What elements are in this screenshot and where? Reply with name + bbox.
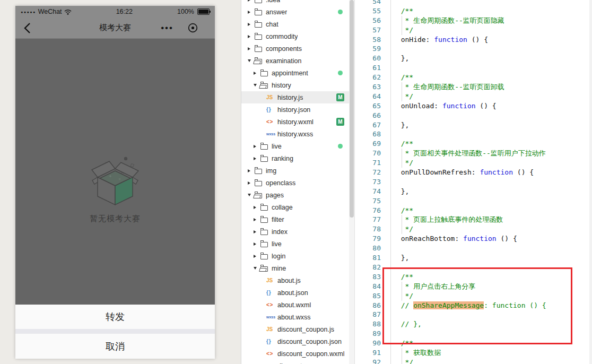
chevron-collapsed-icon[interactable] (254, 218, 256, 221)
code-line-75[interactable]: 75 (355, 196, 592, 206)
code-line-67[interactable]: 67 }, (355, 120, 592, 130)
code-line-62[interactable]: 62 /** (355, 73, 592, 82)
code-line-90[interactable]: 90 /** (355, 339, 592, 348)
tree-scrollbar-track[interactable] (349, 0, 354, 364)
tree-item-about.js[interactable]: JSabout.js (241, 274, 354, 287)
code-line-85[interactable]: 85 */ (355, 291, 592, 301)
chevron-expanded-icon[interactable] (248, 59, 251, 62)
code-line-92[interactable]: 92 */ (355, 358, 592, 364)
code-line-76[interactable]: 76 /** (355, 206, 592, 215)
code-line-88[interactable]: 88 // }, (355, 319, 592, 329)
code-line-63[interactable]: 63 * 生命周期函数--监听页面卸载 (355, 82, 592, 92)
tree-item-history.json[interactable]: { }history.json (241, 103, 354, 116)
tree-item-about.wxml[interactable]: < >about.wxml (241, 299, 354, 311)
code-line-74[interactable]: 74 }, (355, 187, 592, 196)
code-line-68[interactable]: 68 (355, 129, 592, 139)
code-editor[interactable]: 5455 /**56 * 生命周期函数--监听页面隐藏57 */58 onHid… (354, 0, 592, 364)
tree-item-.idea[interactable]: .idea (241, 0, 354, 6)
chevron-collapsed-icon[interactable] (248, 0, 250, 2)
line-number: 77 (355, 215, 391, 224)
code-line-80[interactable]: 80 (355, 244, 592, 253)
code-line-91[interactable]: 91 * 获取数据 (355, 348, 592, 358)
forward-button[interactable]: 转发 (15, 305, 215, 329)
code-line-77[interactable]: 77 * 页面上拉触底事件的处理函数 (355, 215, 592, 224)
chevron-expanded-icon[interactable] (248, 194, 251, 196)
tree-item-discount_coupon.wxss[interactable]: wxssdiscount_coupon.wxss (241, 360, 354, 364)
editor-scrollbar-track[interactable] (589, 0, 592, 364)
code-line-73[interactable]: 73 (355, 177, 592, 187)
tree-item-discount_coupon.wxml[interactable]: < >discount_coupon.wxml (241, 348, 354, 360)
tree-item-mine[interactable]: mine (241, 262, 354, 274)
wifi-icon (64, 9, 72, 15)
code-line-59[interactable]: 59 (355, 44, 592, 54)
tree-item-collage[interactable]: collage (241, 201, 354, 213)
chevron-collapsed-icon[interactable] (254, 145, 256, 148)
tree-item-examination[interactable]: examination (241, 55, 354, 67)
menu-dots-icon[interactable]: ••• (161, 22, 173, 34)
cancel-button[interactable]: 取消 (15, 334, 215, 359)
tree-scrollbar-thumb[interactable] (350, 0, 354, 218)
tree-item-history[interactable]: history (241, 79, 354, 91)
code-line-84[interactable]: 84 * 用户点击右上角分享 (355, 282, 592, 291)
tree-item-discount_coupon.js[interactable]: JSdiscount_coupon.js (241, 323, 354, 335)
chevron-collapsed-icon[interactable] (248, 169, 250, 172)
tree-item-history.wxss[interactable]: wxsshistory.wxss (241, 128, 354, 140)
tree-item-discount_coupon.json[interactable]: { }discount_coupon.json (241, 335, 354, 348)
code-line-70[interactable]: 70 * 页面相关事件处理函数--监听用户下拉动作 (355, 149, 592, 158)
chevron-expanded-icon[interactable] (254, 84, 257, 86)
chevron-collapsed-icon[interactable] (254, 242, 256, 246)
tree-item-ranking[interactable]: ranking (241, 152, 354, 164)
tree-item-filter[interactable]: filter (241, 213, 354, 226)
tree-item-live[interactable]: live (241, 140, 354, 152)
code-line-60[interactable]: 60 }, (355, 54, 592, 63)
tree-item-chat[interactable]: chat (241, 18, 354, 30)
tree-item-history.wxml[interactable]: < >history.wxmlM (241, 116, 354, 128)
code-line-69[interactable]: 69 /** (355, 139, 592, 149)
code-line-58[interactable]: 58 onHide: function () { (355, 35, 592, 45)
chevron-expanded-icon[interactable] (254, 267, 257, 270)
code-line-71[interactable]: 71 */ (355, 158, 592, 168)
tree-item-index[interactable]: index (241, 226, 354, 238)
tree-item-openclass[interactable]: openclass (241, 177, 354, 189)
tree-item-history.js[interactable]: JShistory.jsM (241, 91, 354, 103)
code-line-78[interactable]: 78 */ (355, 224, 592, 234)
tree-item-components[interactable]: components (241, 42, 354, 55)
code-line-65[interactable]: 65 onUnload: function () { (355, 101, 592, 111)
chevron-collapsed-icon[interactable] (254, 72, 256, 75)
chevron-collapsed-icon[interactable] (254, 255, 256, 258)
chevron-collapsed-icon[interactable] (254, 230, 256, 233)
code-line-72[interactable]: 72 onPullDownRefresh: function () { (355, 168, 592, 177)
tree-item-about.wxss[interactable]: wxssabout.wxss (241, 311, 354, 323)
tree-item-answer[interactable]: answer (241, 6, 354, 18)
code-line-81[interactable]: 81 }, (355, 253, 592, 263)
code-line-57[interactable]: 57 */ (355, 25, 592, 35)
tree-item-login[interactable]: login (241, 250, 354, 262)
tree-item-commodity[interactable]: commodity (241, 30, 354, 42)
code-line-61[interactable]: 61 (355, 63, 592, 73)
chevron-collapsed-icon[interactable] (248, 181, 250, 185)
tree-item-img[interactable]: img (241, 164, 354, 177)
back-button[interactable] (22, 22, 34, 34)
code-line-79[interactable]: 79 onReachBottom: function () { (355, 234, 592, 244)
chevron-collapsed-icon[interactable] (248, 35, 250, 38)
chevron-collapsed-icon[interactable] (248, 23, 250, 26)
tree-item-live[interactable]: live (241, 238, 354, 250)
chevron-collapsed-icon[interactable] (254, 157, 256, 160)
chevron-collapsed-icon[interactable] (254, 206, 256, 209)
code-line-83[interactable]: 83 /** (355, 272, 592, 282)
capsule-close-icon[interactable] (188, 23, 198, 33)
code-line-89[interactable]: 89 (355, 329, 592, 339)
code-line-66[interactable]: 66 (355, 111, 592, 120)
chevron-collapsed-icon[interactable] (248, 11, 250, 14)
code-line-87[interactable]: 87 (355, 310, 592, 319)
code-line-64[interactable]: 64 */ (355, 92, 592, 101)
tree-item-about.json[interactable]: { }about.json (241, 287, 354, 299)
tree-item-pages[interactable]: pages (241, 189, 354, 201)
code-line-55[interactable]: 55 /** (355, 6, 592, 16)
code-line-54[interactable]: 54 (355, 0, 592, 6)
chevron-collapsed-icon[interactable] (248, 47, 250, 50)
code-line-82[interactable]: 82 (355, 263, 592, 272)
code-line-56[interactable]: 56 * 生命周期函数--监听页面隐藏 (355, 16, 592, 25)
tree-item-appointment[interactable]: appointment (241, 67, 354, 79)
code-line-86[interactable]: 86 // onShareAppMessage: function () { (355, 301, 592, 310)
